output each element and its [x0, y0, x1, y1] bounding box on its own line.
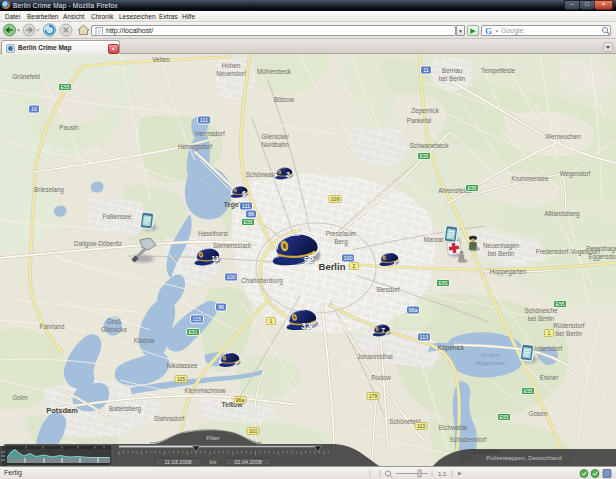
svg-text:Hoppegarten: Hoppegarten — [490, 268, 527, 276]
svg-text:Stahnsdorf: Stahnsdorf — [154, 415, 185, 422]
svg-text:Neuenhagen: Neuenhagen — [483, 242, 520, 250]
svg-text:Krummensee: Krummensee — [511, 175, 549, 182]
svg-text:Gosen: Gosen — [529, 410, 548, 417]
svg-text:E55: E55 — [244, 219, 253, 225]
svg-text:1: 1 — [270, 318, 273, 324]
svg-text:Hermsdorf: Hermsdorf — [195, 130, 225, 137]
svg-text:Zepernick: Zepernick — [411, 107, 439, 115]
svg-text:Babelsberg: Babelsberg — [109, 405, 141, 413]
svg-text:Altlandsberg: Altlandsberg — [544, 210, 580, 218]
svg-text:11.03.2008: 11.03.2008 — [164, 459, 191, 465]
svg-text:E55: E55 — [61, 84, 70, 90]
svg-text:96: 96 — [248, 211, 254, 217]
svg-text:6: 6 — [242, 190, 246, 197]
svg-text:Mühlenbeck: Mühlenbeck — [257, 68, 292, 75]
svg-text:Berlin: Berlin — [319, 261, 346, 272]
svg-text:Johannisthal: Johannisthal — [357, 353, 392, 360]
svg-text:Schöneiche: Schöneiche — [525, 307, 558, 314]
svg-text:Rüdersdorf: Rüdersdorf — [553, 322, 584, 329]
svg-text:E55: E55 — [420, 153, 429, 159]
svg-text:G: G — [485, 26, 492, 36]
svg-text:Filter: Filter — [206, 435, 219, 441]
svg-text:Glienicke/: Glienicke/ — [261, 133, 289, 140]
svg-text:Wegendorf: Wegendorf — [560, 170, 591, 178]
svg-text:32: 32 — [301, 321, 311, 331]
svg-text:bei Berlin: bei Berlin — [439, 75, 466, 82]
svg-text:115: 115 — [177, 376, 185, 382]
svg-text:Brieselang: Brieselang — [34, 186, 64, 194]
svg-text:115: 115 — [193, 316, 202, 322]
svg-text:Potsdam: Potsdam — [46, 406, 78, 415]
svg-text:Groß: Groß — [107, 318, 121, 325]
svg-text:Siemensstadt: Siemensstadt — [213, 242, 251, 249]
svg-text:E55: E55 — [468, 185, 477, 191]
svg-text:Golm: Golm — [12, 394, 27, 401]
svg-text:Hennigsdorf: Hennigsdorf — [178, 143, 212, 151]
svg-text:11: 11 — [423, 67, 429, 73]
svg-text:96a: 96a — [408, 307, 418, 313]
svg-text:Bötzow: Bötzow — [274, 96, 295, 103]
svg-text:Tegel: Tegel — [224, 201, 241, 209]
svg-text:Dallgow-Döberitz: Dallgow-Döberitz — [74, 240, 122, 248]
svg-text:109: 109 — [331, 196, 340, 202]
svg-text:Bernau: Bernau — [442, 67, 463, 74]
svg-text:Neuendorf: Neuendorf — [216, 70, 246, 77]
svg-text:13: 13 — [211, 255, 219, 262]
svg-text:E55: E55 — [524, 388, 533, 394]
svg-text:bis: bis — [209, 459, 216, 465]
svg-text:Pausin: Pausin — [59, 124, 79, 131]
svg-text:Glienicke: Glienicke — [101, 326, 127, 333]
svg-text:Schwanebeck: Schwanebeck — [409, 142, 449, 149]
svg-text:101: 101 — [249, 428, 258, 434]
svg-text:Fahrland: Fahrland — [40, 323, 65, 330]
svg-text:Grünefeld: Grünefeld — [12, 73, 40, 80]
svg-text:Großer: Großer — [480, 352, 500, 358]
svg-text:1:1: 1:1 — [438, 471, 447, 477]
svg-text:Eichwalde: Eichwalde — [439, 424, 468, 431]
svg-text:113: 113 — [417, 423, 425, 429]
svg-text:1: 1 — [548, 330, 551, 336]
svg-text:Woltersdorf: Woltersdorf — [530, 345, 562, 352]
svg-text:E51: E51 — [189, 329, 198, 335]
svg-text:2: 2 — [286, 171, 290, 178]
svg-text:bei Berlin: bei Berlin — [556, 330, 583, 337]
svg-text:Hohen: Hohen — [222, 62, 241, 69]
svg-text:Eggersdorf: Eggersdorf — [589, 253, 616, 261]
svg-text:111: 111 — [242, 203, 250, 209]
svg-text:Kladow: Kladow — [134, 337, 155, 344]
svg-text:7: 7 — [381, 327, 385, 334]
svg-text:E55: E55 — [556, 301, 565, 307]
svg-text:02.04.2008: 02.04.2008 — [234, 459, 262, 465]
svg-text:Charlottenburg: Charlottenburg — [241, 277, 283, 285]
svg-text:bei Berlin: bei Berlin — [488, 250, 515, 257]
svg-text:113: 113 — [420, 334, 429, 340]
svg-text:Biesdorf: Biesdorf — [376, 286, 399, 293]
svg-text:Polizeiwappen, Deutschland: Polizeiwappen, Deutschland — [486, 455, 561, 461]
svg-text:Müggelsee: Müggelsee — [475, 360, 505, 366]
svg-text:10: 10 — [31, 106, 37, 112]
svg-text:Erkner: Erkner — [540, 374, 559, 381]
svg-text:Nikolassee: Nikolassee — [167, 362, 198, 369]
svg-text:Schulzendorf: Schulzendorf — [450, 436, 487, 443]
svg-text:Panketal: Panketal — [407, 117, 432, 124]
svg-text:Rudow: Rudow — [371, 374, 391, 381]
svg-text:52: 52 — [304, 255, 314, 265]
svg-text:Falkensee: Falkensee — [102, 213, 132, 220]
svg-text:bei Berlin: bei Berlin — [528, 315, 555, 322]
svg-text:179: 179 — [369, 393, 378, 399]
svg-text:2: 2 — [353, 263, 356, 269]
svg-text:96: 96 — [218, 304, 224, 310]
svg-text:100: 100 — [226, 274, 235, 280]
svg-text:Berg: Berg — [334, 238, 348, 246]
svg-text:100: 100 — [343, 255, 352, 261]
svg-text:Nordbahn: Nordbahn — [261, 141, 289, 148]
svg-text:Tempelfelde: Tempelfelde — [481, 67, 515, 75]
svg-text:96a: 96a — [236, 397, 245, 403]
svg-text:Köpenick: Köpenick — [438, 344, 465, 352]
svg-text:Prenzlauer: Prenzlauer — [326, 230, 356, 237]
svg-text:Kleinmachnow: Kleinmachnow — [185, 387, 226, 394]
svg-text:Werneuchen: Werneuchen — [545, 133, 581, 140]
svg-text:E55: E55 — [439, 280, 448, 286]
svg-text:Velten: Velten — [152, 56, 170, 63]
svg-text:111: 111 — [200, 117, 208, 123]
